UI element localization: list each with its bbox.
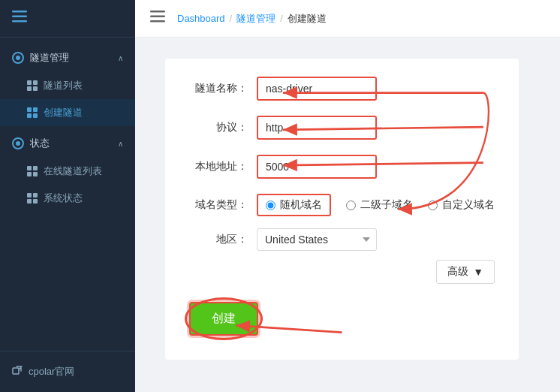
local-address-label: 本地地址： — [189, 160, 257, 173]
breadcrumb-dashboard[interactable]: Dashboard — [177, 13, 225, 24]
svg-rect-5 — [150, 16, 165, 18]
breadcrumb: Dashboard / 隧道管理 / 创建隧道 — [177, 12, 327, 26]
sidebar-item-tunnel-list[interactable]: 隧道列表 — [0, 72, 135, 99]
content-area: 隧道名称： 协议： 本地地址： — [135, 38, 560, 392]
cpolar-label: cpolar官网 — [29, 365, 74, 378]
tunnel-name-label: 隧道名称： — [189, 82, 257, 95]
breadcrumb-tunnel-mgmt[interactable]: 隧道管理 — [236, 12, 275, 26]
sidebar-menu: 隧道管理 ∧ 隧道列表 创建隧道 状态 — [0, 38, 135, 351]
create-tunnel-form: 隧道名称： 协议： 本地地址： — [165, 59, 519, 360]
domain-type-random-radio[interactable] — [266, 201, 275, 210]
tunnel-list-grid-icon — [27, 80, 38, 91]
svg-rect-0 — [12, 11, 27, 13]
sidebar-logo — [0, 0, 135, 38]
tunnel-group-chevron: ∧ — [118, 54, 123, 62]
sidebar-group-status-header[interactable]: 状态 ∧ — [0, 129, 135, 158]
tunnel-group-label: 隧道管理 — [30, 51, 69, 65]
sidebar: 隧道管理 ∧ 隧道列表 创建隧道 状态 — [0, 0, 135, 392]
system-status-grid-icon — [27, 193, 38, 204]
create-tunnel-grid-icon — [27, 107, 38, 118]
sidebar-bottom: cpolar官网 — [0, 351, 135, 392]
region-row: 地区： China United States Asia Europe — [189, 228, 495, 251]
sidebar-item-tunnel-list-label: 隧道列表 — [44, 79, 83, 92]
domain-type-row: 域名类型： 随机域名 二级子域名 自定义域名 — [189, 194, 495, 216]
breadcrumb-current: 创建隧道 — [288, 12, 327, 26]
advanced-button-icon: ▼ — [473, 266, 483, 278]
advanced-row: 高级 ▼ — [189, 260, 495, 284]
sidebar-group-tunnel: 隧道管理 ∧ 隧道列表 创建隧道 — [0, 44, 135, 126]
domain-type-custom-radio[interactable] — [428, 201, 438, 210]
advanced-button-label: 高级 — [447, 265, 468, 279]
create-button-section: 创建 — [189, 290, 495, 336]
status-group-chevron: ∧ — [118, 140, 123, 148]
svg-rect-1 — [12, 16, 27, 18]
status-group-icon — [12, 137, 24, 149]
sidebar-group-tunnel-header[interactable]: 隧道管理 ∧ — [0, 44, 135, 72]
domain-type-subdomain-radio[interactable] — [346, 201, 356, 210]
local-address-row: 本地地址： — [189, 155, 495, 179]
status-group-label: 状态 — [30, 137, 50, 150]
sidebar-item-create-tunnel-label: 创建隧道 — [44, 106, 83, 119]
sidebar-item-online-tunnels[interactable]: 在线隧道列表 — [0, 158, 135, 185]
domain-type-custom[interactable]: 自定义域名 — [428, 198, 495, 212]
sidebar-item-cpolar[interactable]: cpolar官网 — [12, 360, 123, 383]
domain-type-label: 域名类型： — [189, 198, 257, 212]
sidebar-item-system-status-label: 系统状态 — [44, 191, 83, 205]
main: Dashboard / 隧道管理 / 创建隧道 隧道名称： 协议： — [135, 0, 560, 392]
sidebar-item-system-status[interactable]: 系统状态 — [0, 185, 135, 212]
sidebar-item-online-tunnels-label: 在线隧道列表 — [44, 164, 102, 178]
logo-menu-icon — [12, 11, 27, 26]
tunnel-name-row: 隧道名称： — [189, 77, 495, 101]
protocol-label: 协议： — [189, 121, 257, 134]
protocol-input[interactable] — [257, 116, 377, 140]
local-address-input-wrapper — [257, 155, 377, 179]
breadcrumb-sep1: / — [230, 13, 233, 24]
domain-type-subdomain-label: 二级子域名 — [360, 198, 413, 212]
svg-rect-6 — [150, 20, 165, 23]
domain-type-custom-label: 自定义域名 — [442, 198, 495, 212]
topbar: Dashboard / 隧道管理 / 创建隧道 — [135, 0, 560, 38]
local-address-input[interactable] — [257, 155, 377, 179]
svg-rect-3 — [13, 368, 19, 374]
domain-type-subdomain[interactable]: 二级子域名 — [346, 198, 413, 212]
domain-type-random[interactable]: 随机域名 — [257, 194, 331, 216]
online-tunnels-grid-icon — [27, 166, 38, 176]
sidebar-item-create-tunnel[interactable]: 创建隧道 — [0, 99, 135, 126]
breadcrumb-sep2: / — [280, 13, 283, 24]
domain-type-random-label: 随机域名 — [280, 198, 322, 212]
sidebar-group-status: 状态 ∧ 在线隧道列表 系统状态 — [0, 129, 135, 212]
tunnel-group-icon — [12, 52, 24, 64]
region-select[interactable]: China United States Asia Europe — [257, 228, 377, 251]
create-button-wrapper: 创建 — [189, 302, 258, 336]
external-link-icon — [12, 366, 23, 378]
topbar-menu-icon[interactable] — [150, 11, 165, 26]
domain-type-radio-group: 随机域名 二级子域名 自定义域名 — [257, 194, 495, 216]
protocol-row: 协议： — [189, 116, 495, 140]
advanced-button[interactable]: 高级 ▼ — [436, 260, 495, 284]
svg-rect-2 — [12, 20, 27, 23]
tunnel-name-input-wrapper — [257, 77, 377, 101]
create-button[interactable]: 创建 — [189, 302, 258, 336]
svg-rect-4 — [150, 11, 165, 13]
tunnel-name-input[interactable] — [257, 77, 377, 101]
protocol-input-wrapper — [257, 116, 377, 140]
region-label: 地区： — [189, 233, 257, 246]
